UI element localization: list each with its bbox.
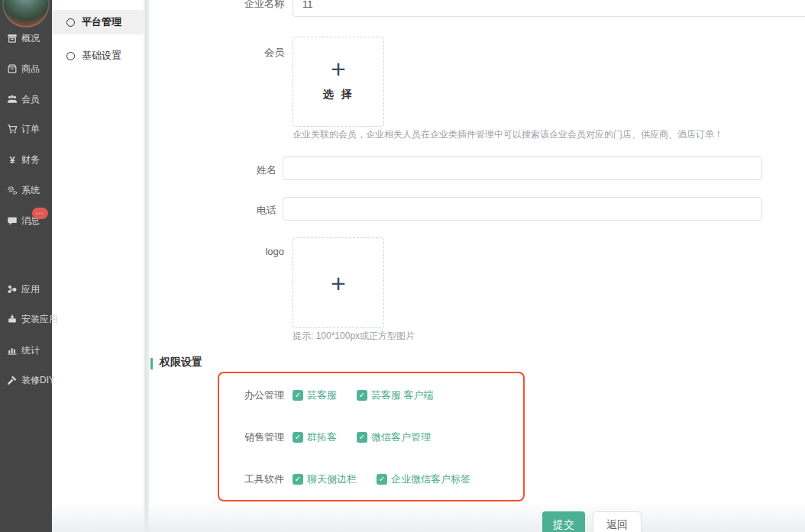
plus-icon: +	[293, 270, 383, 296]
checkbox-label: 芸客服 客户端	[371, 389, 434, 402]
sidebar-item-label: 订单	[21, 123, 40, 136]
statistics-icon	[7, 345, 18, 356]
checkbox-label: 芸客服	[307, 389, 337, 402]
member-picker[interactable]: + 选 择	[293, 37, 384, 127]
name-label: 姓名	[208, 163, 276, 177]
checkbox-checked-icon[interactable]: ✓	[293, 474, 303, 485]
primary-sidebar: 概况 商品 会员 订单 ¥ 财务 系统 消息 ...	[0, 0, 52, 532]
sidebar-item-label: 系统	[21, 184, 40, 197]
permission-group-office: 办公管理 ✓ 芸客服 ✓ 芸客服 客户端	[149, 389, 434, 401]
submenu-item-platform-management[interactable]: 平台管理	[52, 10, 144, 34]
name-input[interactable]	[283, 156, 762, 180]
sidebar-item-finance[interactable]: ¥ 财务	[7, 153, 40, 166]
checkbox-option[interactable]: ✓ 企业微信客户标签	[377, 472, 470, 486]
sidebar-item-apps[interactable]: 应用	[7, 282, 40, 296]
checkbox-option[interactable]: ✓ 芸客服	[293, 389, 337, 402]
section-accent-bar	[150, 358, 153, 369]
phone-input[interactable]	[283, 197, 762, 221]
checkbox-option[interactable]: ✓ 芸客服 客户端	[357, 389, 434, 402]
system-icon	[7, 185, 18, 195]
sidebar-item-goods[interactable]: 商品	[7, 62, 40, 76]
checkbox-checked-icon[interactable]: ✓	[357, 390, 367, 401]
submenu-item-basic-settings[interactable]: 基础设置	[52, 44, 144, 68]
main-content: 企业名称 会员 + 选 择 企业关联的会员，企业相关人员在企业类插件管理中可以搜…	[149, 0, 805, 532]
sidebar-item-decorate-diy[interactable]: 装修DIY	[7, 373, 55, 387]
checkbox-option[interactable]: ✓ 群拓客	[293, 430, 337, 444]
checkbox-option[interactable]: ✓ 聊天侧边栏	[293, 472, 357, 486]
overview-icon	[7, 33, 18, 44]
submenu-item-label: 平台管理	[82, 15, 121, 29]
message-badge[interactable]: ...	[32, 208, 48, 219]
apps-icon	[7, 284, 18, 295]
checkbox-label: 微信客户管理	[371, 430, 431, 444]
checkbox-label: 聊天侧边栏	[307, 472, 357, 486]
permission-group-tools: 工具软件 ✓ 聊天侧边栏 ✓ 企业微信客户标签	[149, 473, 470, 485]
radio-icon	[66, 18, 75, 27]
avatar[interactable]	[2, 0, 50, 27]
sidebar-item-system[interactable]: 系统	[7, 183, 40, 197]
message-icon	[7, 215, 18, 226]
sidebar-item-label: 应用	[21, 283, 40, 296]
decorate-diy-icon	[7, 375, 18, 385]
sidebar-item-label: 概况	[21, 32, 40, 45]
orders-icon	[7, 124, 18, 134]
logo-uploader[interactable]: +	[293, 237, 384, 328]
checkbox-label: 企业微信客户标签	[391, 472, 470, 486]
company-name-input[interactable]	[293, 0, 805, 17]
permission-group-label: 工具软件	[149, 472, 284, 486]
checkbox-label: 群拓客	[307, 430, 337, 444]
permission-group-sales: 销售管理 ✓ 群拓客 ✓ 微信客户管理	[149, 431, 431, 443]
radio-icon	[66, 52, 75, 60]
members-icon	[7, 94, 18, 105]
member-picker-label: 选 择	[293, 88, 383, 102]
secondary-sidebar: 平台管理 基础设置	[52, 0, 144, 532]
sidebar-item-label: 财务	[21, 153, 40, 166]
member-help-text: 企业关联的会员，企业相关人员在企业类插件管理中可以搜索该企业会员对应的门店、供应…	[293, 128, 723, 141]
sidebar-item-statistics[interactable]: 统计	[7, 343, 40, 357]
checkbox-checked-icon[interactable]: ✓	[357, 432, 367, 443]
submenu-item-label: 基础设置	[82, 49, 121, 63]
checkbox-checked-icon[interactable]: ✓	[293, 390, 303, 401]
permissions-section-title: 权限设置	[160, 356, 202, 369]
phone-label: 电话	[208, 204, 276, 218]
sidebar-item-label: 商品	[21, 63, 40, 76]
sidebar-item-label: 统计	[21, 344, 40, 357]
logo-label: logo	[215, 246, 284, 257]
install-app-icon	[7, 314, 18, 324]
sidebar-item-label: 装修DIY	[21, 374, 55, 387]
checkbox-checked-icon[interactable]: ✓	[293, 432, 303, 443]
scrollbar[interactable]	[144, 0, 149, 532]
sidebar-item-overview[interactable]: 概况	[7, 31, 40, 45]
company-name-label: 企业名称	[215, 0, 284, 11]
permission-group-label: 办公管理	[149, 389, 284, 402]
checkbox-checked-icon[interactable]: ✓	[377, 474, 387, 485]
sidebar-item-install-apps[interactable]: 安装应用	[7, 312, 58, 326]
sidebar-item-label: 会员	[21, 93, 40, 106]
app-window: 概况 商品 会员 订单 ¥ 财务 系统 消息 ...	[0, 0, 805, 532]
permission-group-label: 销售管理	[149, 430, 284, 444]
checkbox-option[interactable]: ✓ 微信客户管理	[357, 430, 431, 444]
member-label: 会员	[215, 46, 284, 60]
goods-icon	[7, 63, 18, 74]
finance-icon: ¥	[7, 154, 18, 166]
sidebar-item-label: 安装应用	[21, 313, 58, 326]
back-button[interactable]: 返回	[593, 511, 642, 532]
logo-hint-text: 提示: 100*100px或正方型图片	[293, 330, 415, 343]
submit-button[interactable]: 提交	[542, 511, 585, 532]
sidebar-item-members[interactable]: 会员	[7, 92, 40, 106]
sidebar-item-orders[interactable]: 订单	[7, 122, 40, 136]
sidebar-item-messages[interactable]: 消息 ...	[7, 214, 40, 227]
plus-icon: +	[293, 56, 383, 82]
